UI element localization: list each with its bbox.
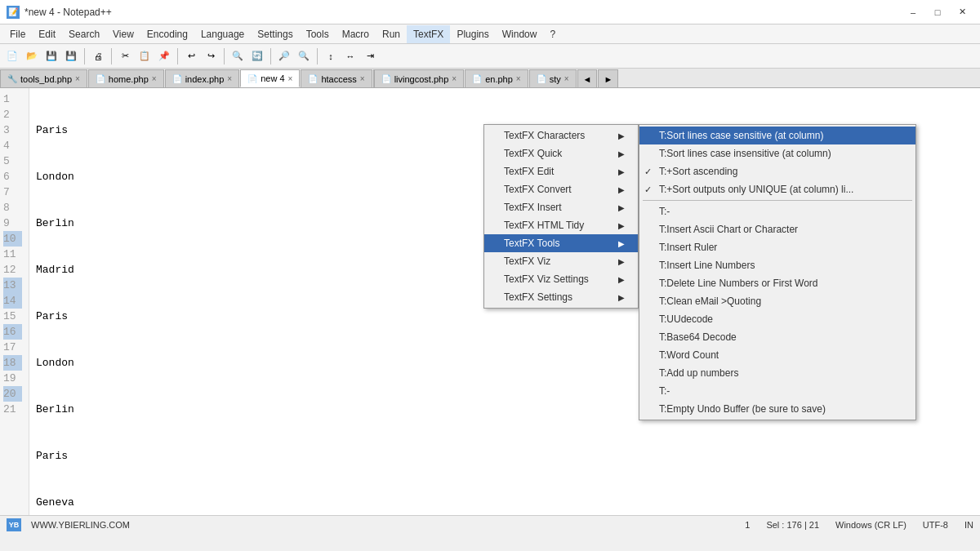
- tab-close-tools-bd[interactable]: ×: [75, 74, 80, 83]
- tab-new4[interactable]: 📄 new 4 ×: [240, 69, 300, 87]
- menu-textfx[interactable]: TextFX: [407, 25, 450, 43]
- tab-livingcost[interactable]: 📄 livingcost.php ×: [374, 69, 465, 87]
- toolbar-cut[interactable]: ✂: [116, 47, 134, 65]
- menu-encoding[interactable]: Encoding: [140, 25, 194, 43]
- sort-ascending[interactable]: ✓ T:+Sort ascending: [639, 162, 915, 180]
- tab-label-sty: sty: [550, 74, 561, 84]
- tab-close-en[interactable]: ×: [516, 74, 521, 83]
- tab-label-home: home.php: [109, 74, 149, 84]
- maximize-button[interactable]: □: [926, 4, 949, 20]
- t-dash-2[interactable]: T:-: [639, 382, 915, 400]
- textfx-convert[interactable]: TextFX Convert ▶: [484, 180, 638, 198]
- toolbar-indent[interactable]: ⇥: [361, 47, 379, 65]
- uudecode[interactable]: T:UUdecode: [639, 310, 915, 328]
- menu-settings[interactable]: Settings: [251, 25, 299, 43]
- menu-language[interactable]: Language: [194, 25, 251, 43]
- menu-search[interactable]: Search: [62, 25, 106, 43]
- status-url: WWW.YBIERLING.COM: [31, 520, 130, 530]
- tab-close-sty[interactable]: ×: [564, 74, 569, 83]
- sort-unique[interactable]: ✓ T:+Sort outputs only UNIQUE (at column…: [639, 180, 915, 198]
- t-dash-1[interactable]: T:-: [639, 202, 915, 220]
- toolbar-zoom-out[interactable]: 🔍: [295, 47, 313, 65]
- insert-ruler[interactable]: T:Insert Ruler: [639, 238, 915, 256]
- menu-run[interactable]: Run: [376, 25, 407, 43]
- word-count[interactable]: T:Word Count: [639, 346, 915, 364]
- tab-label-en: en.php: [485, 74, 513, 84]
- base64-decode[interactable]: T:Base64 Decode: [639, 328, 915, 346]
- menu-edit[interactable]: Edit: [32, 25, 62, 43]
- tab-close-htaccess[interactable]: ×: [360, 74, 365, 83]
- toolbar-find[interactable]: 🔍: [229, 47, 247, 65]
- sort-case-sensitive[interactable]: T:Sort lines case sensitive (at column): [639, 127, 915, 144]
- tab-icon-en: 📄: [472, 74, 482, 83]
- menu-plugins[interactable]: Plugins: [450, 25, 495, 43]
- arrow-icon: ▶: [618, 167, 625, 176]
- tab-nav-right[interactable]: ►: [598, 69, 618, 87]
- toolbar-undo[interactable]: ↩: [182, 47, 200, 65]
- menu-view[interactable]: View: [106, 25, 140, 43]
- textfx-insert[interactable]: TextFX Insert ▶: [484, 198, 638, 216]
- tab-htaccess[interactable]: 📄 htaccess ×: [301, 69, 372, 87]
- tab-home[interactable]: 📄 home.php ×: [88, 69, 164, 87]
- tab-nav-left[interactable]: ◄: [577, 69, 598, 87]
- window-controls: – □ ✕: [902, 4, 973, 20]
- toolbar-print[interactable]: 🖨: [89, 47, 107, 65]
- add-up-numbers[interactable]: T:Add up numbers: [639, 364, 915, 382]
- menu-tools[interactable]: Tools: [300, 25, 336, 43]
- toolbar-save-all[interactable]: 💾: [62, 47, 80, 65]
- toolbar-open[interactable]: 📂: [23, 47, 41, 65]
- tab-icon-new4: 📄: [247, 74, 257, 83]
- arrow-icon: ▶: [618, 221, 625, 230]
- arrow-icon: ▶: [618, 239, 625, 248]
- insert-ascii-chart[interactable]: T:Insert Ascii Chart or Character: [639, 220, 915, 238]
- close-button[interactable]: ✕: [951, 4, 973, 20]
- menu-window[interactable]: Window: [496, 25, 544, 43]
- toolbar-save[interactable]: 💾: [42, 47, 60, 65]
- toolbar-sep-5: [270, 48, 271, 64]
- menu-help[interactable]: ?: [543, 25, 562, 43]
- tab-close-index[interactable]: ×: [227, 74, 232, 83]
- clean-email[interactable]: T:Clean eMail >Quoting: [639, 292, 915, 310]
- textfx-html-tidy[interactable]: TextFX HTML Tidy ▶: [484, 216, 638, 234]
- toolbar-sync[interactable]: ↕: [322, 47, 340, 65]
- tab-tools-bd[interactable]: 🔧 tools_bd.php ×: [0, 69, 87, 87]
- tab-close-livingcost[interactable]: ×: [452, 74, 457, 83]
- textfx-tools-submenu[interactable]: T:Sort lines case sensitive (at column) …: [639, 124, 916, 420]
- menu-file[interactable]: File: [3, 25, 32, 43]
- toolbar-wrap[interactable]: ↔: [341, 47, 359, 65]
- status-line-ending: Windows (CR LF): [835, 520, 906, 530]
- tab-close-home[interactable]: ×: [152, 74, 157, 83]
- textfx-settings[interactable]: TextFX Settings ▶: [484, 288, 638, 306]
- tab-label-tools-bd: tools_bd.php: [20, 74, 72, 84]
- textfx-tools[interactable]: TextFX Tools ▶: [484, 234, 638, 252]
- toolbar-new[interactable]: 📄: [3, 47, 21, 65]
- toolbar-redo[interactable]: ↪: [202, 47, 220, 65]
- toolbar-zoom-in[interactable]: 🔎: [275, 47, 293, 65]
- toolbar-copy[interactable]: 📋: [136, 47, 154, 65]
- minimize-button[interactable]: –: [902, 4, 924, 20]
- arrow-icon: ▶: [618, 131, 625, 140]
- toolbar-paste[interactable]: 📌: [155, 47, 173, 65]
- tab-sty[interactable]: 📄 sty ×: [529, 69, 577, 87]
- toolbar-sep-3: [177, 48, 178, 64]
- textfx-edit[interactable]: TextFX Edit ▶: [484, 162, 638, 180]
- toolbar-sep-1: [84, 48, 85, 64]
- toolbar-replace[interactable]: 🔄: [248, 47, 266, 65]
- textfx-viz[interactable]: TextFX Viz ▶: [484, 252, 638, 270]
- insert-line-numbers[interactable]: T:Insert Line Numbers: [639, 256, 915, 274]
- textfx-quick[interactable]: TextFX Quick ▶: [484, 144, 638, 162]
- textfx-viz-settings[interactable]: TextFX Viz Settings ▶: [484, 270, 638, 288]
- tab-close-new4[interactable]: ×: [288, 74, 293, 83]
- empty-undo-buffer[interactable]: T:Empty Undo Buffer (be sure to save): [639, 400, 915, 418]
- tab-index[interactable]: 📄 index.php ×: [165, 69, 240, 87]
- menu-macro[interactable]: Macro: [336, 25, 376, 43]
- tab-en[interactable]: 📄 en.php ×: [465, 69, 528, 87]
- tab-icon-sty: 📄: [537, 74, 546, 83]
- sort-case-insensitive[interactable]: T:Sort lines case insensitive (at column…: [639, 144, 915, 162]
- arrow-icon: ▶: [618, 185, 625, 194]
- textfx-dropdown-menu[interactable]: TextFX Characters ▶ TextFX Quick ▶ TextF…: [483, 124, 639, 309]
- status-ins: IN: [964, 520, 973, 530]
- delete-line-numbers[interactable]: T:Delete Line Numbers or First Word: [639, 274, 915, 292]
- arrow-icon: ▶: [618, 275, 625, 284]
- textfx-characters[interactable]: TextFX Characters ▶: [484, 127, 638, 144]
